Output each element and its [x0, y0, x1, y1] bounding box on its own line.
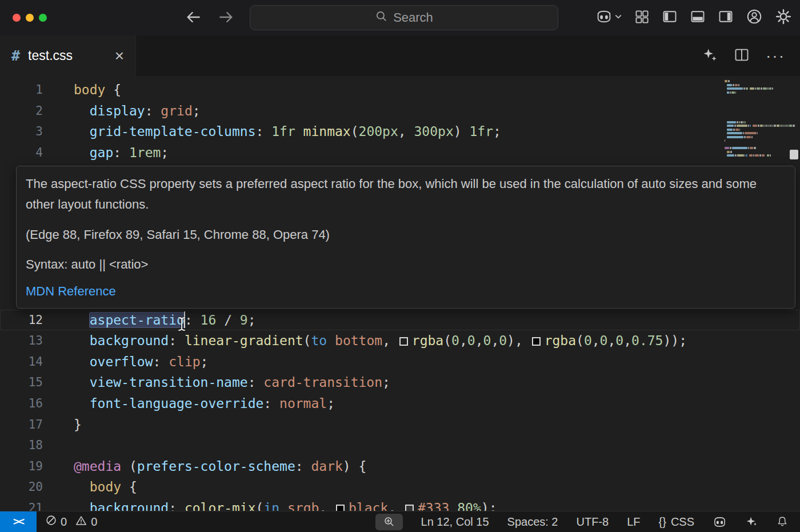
code-token	[74, 103, 90, 118]
line-number[interactable]: 4	[0, 142, 43, 163]
toggle-panel-icon[interactable]	[690, 9, 706, 27]
zoom-window-button[interactable]	[39, 14, 47, 22]
code-token	[74, 124, 90, 139]
code-token: :	[169, 501, 185, 511]
line-number[interactable]: 18	[0, 435, 43, 456]
status-bar-right: Ln 12, Col 15 Spaces: 2 UTF-8 LF {} CSS	[375, 514, 800, 530]
code-token: (	[576, 333, 584, 348]
line-number[interactable]: 16	[0, 393, 43, 414]
code-line[interactable]: 3 grid-template-columns: 1fr minmax(200p…	[0, 121, 800, 142]
code-token: font-language-override	[90, 396, 264, 411]
code-token: ;	[161, 145, 169, 160]
line-number[interactable]: 19	[0, 456, 43, 477]
toggle-secondary-sidebar-icon[interactable]	[718, 9, 734, 27]
code-line[interactable]: 19@media (prefers-color-scheme: dark) {	[0, 456, 800, 477]
code-token: (	[256, 501, 264, 511]
code-line[interactable]: 14 overflow: clip;	[0, 351, 800, 373]
minimap-line	[725, 106, 795, 109]
eol-setting[interactable]: LF	[627, 515, 640, 529]
code-token	[449, 501, 457, 511]
code-token: ,	[491, 333, 499, 348]
indentation-setting[interactable]: Spaces: 2	[507, 515, 558, 529]
color-swatch[interactable]	[336, 505, 345, 511]
line-number[interactable]: 17	[0, 414, 43, 435]
line-number[interactable]: 13	[0, 330, 43, 351]
code-token: :	[263, 396, 279, 411]
code-token: ;	[493, 124, 501, 139]
minimap-line	[725, 129, 795, 131]
split-editor-icon[interactable]	[734, 47, 750, 65]
code-line[interactable]: 16 font-language-override: normal;	[0, 393, 800, 414]
remote-indicator[interactable]: ><	[0, 511, 37, 532]
line-number[interactable]: 1	[0, 79, 43, 101]
code-text: background: color-mix(in srgb, black, #3…	[74, 498, 497, 511]
chevron-down-icon	[614, 13, 622, 23]
line-number[interactable]: 12	[0, 310, 43, 331]
code-token: ,	[475, 333, 483, 348]
close-window-button[interactable]	[13, 14, 21, 22]
color-swatch[interactable]	[405, 505, 414, 511]
line-number[interactable]: 15	[0, 372, 43, 393]
code-line[interactable]: 2 display: grid;	[0, 101, 800, 122]
code-token: 200px	[359, 124, 398, 139]
mdn-reference-link[interactable]: MDN Reference	[26, 284, 116, 299]
code-text: background: linear-gradient(to bottom, r…	[74, 330, 687, 351]
code-line[interactable]: 1body {	[0, 79, 800, 101]
code-line[interactable]: 13 background: linear-gradient(to bottom…	[0, 330, 800, 351]
code-line[interactable]: 15 view-transition-name: card-transition…	[0, 372, 800, 393]
account-icon[interactable]	[746, 8, 763, 27]
code-token: :	[256, 124, 272, 139]
code-line[interactable]: 17}	[0, 414, 800, 435]
sparkle-status-icon[interactable]	[745, 515, 758, 528]
more-actions-icon[interactable]: ···	[766, 47, 785, 65]
customize-layout-icon[interactable]	[634, 9, 650, 27]
problems-indicator[interactable]: 0 0	[46, 515, 102, 529]
copilot-menu-button[interactable]	[595, 9, 622, 26]
code-line[interactable]: 18	[0, 435, 800, 456]
scrollbar-thumb[interactable]	[790, 150, 798, 159]
color-swatch[interactable]	[399, 337, 408, 346]
copilot-status-icon[interactable]	[713, 516, 727, 528]
minimap-line	[725, 91, 795, 94]
tab-close-icon[interactable]: ×	[115, 48, 124, 64]
minimap-line	[725, 154, 795, 157]
code-token: body	[74, 82, 105, 97]
encoding-setting[interactable]: UTF-8	[577, 515, 609, 529]
minimap-line	[725, 99, 795, 101]
search-input[interactable]: Search	[250, 5, 558, 30]
color-swatch[interactable]	[532, 337, 541, 346]
code-token: :	[153, 354, 169, 369]
back-arrow-icon[interactable]	[184, 8, 202, 29]
code-token	[74, 354, 90, 369]
code-line[interactable]: 12 aspect-ratio: 16 / 9;	[0, 310, 800, 331]
minimap-line	[725, 147, 795, 149]
line-number[interactable]: 21	[0, 498, 43, 511]
warning-count: 0	[91, 515, 97, 529]
minimize-window-button[interactable]	[26, 14, 34, 22]
code-token: ,	[623, 333, 631, 348]
cursor-position[interactable]: Ln 12, Col 15	[421, 515, 489, 529]
tab-test-css[interactable]: # test.css ×	[0, 35, 136, 76]
code-line[interactable]: 4 gap: 1rem;	[0, 142, 800, 163]
line-number[interactable]: 14	[0, 351, 43, 373]
code-token: :	[248, 375, 264, 390]
code-token: 0	[467, 333, 475, 348]
minimap-line	[725, 136, 795, 138]
line-number[interactable]: 2	[0, 101, 43, 122]
forward-arrow-icon[interactable]	[217, 8, 235, 29]
zoom-indicator[interactable]	[375, 514, 403, 530]
minimap[interactable]	[725, 80, 795, 158]
code-token	[74, 501, 90, 511]
code-token: :	[113, 145, 129, 160]
line-number[interactable]: 3	[0, 121, 43, 142]
line-number[interactable]: 20	[0, 477, 43, 498]
language-mode[interactable]: {} CSS	[659, 515, 694, 529]
toggle-primary-sidebar-icon[interactable]	[662, 9, 678, 27]
code-token: 1fr	[271, 124, 295, 139]
code-line[interactable]: 20 body {	[0, 477, 800, 498]
settings-gear-icon[interactable]	[775, 8, 792, 27]
copilot-edits-sparkle-icon[interactable]	[702, 47, 718, 65]
code-text: view-transition-name: card-transition;	[74, 372, 390, 393]
notifications-bell-icon[interactable]	[776, 515, 789, 528]
code-line[interactable]: 21 background: color-mix(in srgb, black,…	[0, 498, 800, 511]
